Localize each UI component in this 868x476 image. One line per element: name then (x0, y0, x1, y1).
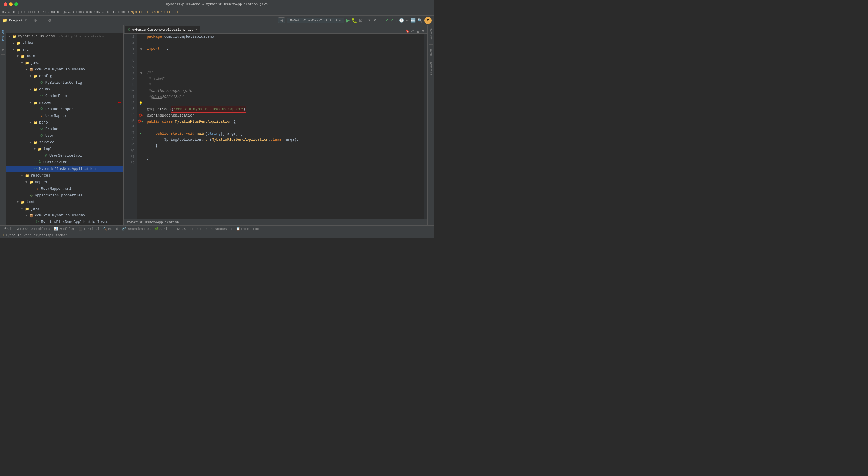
tree-genderenum[interactable]: ▶ © GenderEnum (6, 93, 123, 99)
tab-main-file[interactable]: © MybatisPlusDemoApplication.java × (125, 26, 200, 33)
tree-test[interactable]: ▼ 📁 test (6, 199, 123, 205)
minimize-button[interactable] (9, 2, 13, 6)
tree-mapper[interactable]: ▼ 📁 mapper ← (6, 99, 123, 106)
tree-product[interactable]: ▶ © Product (6, 126, 123, 132)
editor-toolbar-right: 🔖 ✓1 ▲ ▼ (405, 29, 427, 33)
back-btn[interactable]: ◀ (278, 18, 285, 23)
lf-status[interactable]: LF (190, 227, 194, 231)
dependencies-tool[interactable]: 🔗 Dependencies (122, 227, 151, 231)
breadcrumb-project[interactable]: mybatis-plus-demo (2, 10, 36, 14)
window-controls[interactable] (4, 2, 18, 6)
test-package-icon: 📦 (29, 213, 34, 218)
search-btn[interactable]: 🔍 (417, 18, 423, 23)
toolbar-minimize-panel[interactable]: − (55, 18, 59, 23)
tree-main-class[interactable]: ▶ © MybatisPlusDemoApplication (6, 166, 123, 172)
breadcrumb-com[interactable]: com (76, 10, 82, 14)
project-sidebar-tab[interactable]: Project (1, 28, 5, 43)
update-icon[interactable]: ↓ (230, 227, 233, 231)
tree-main[interactable]: ▼ 📁 main (6, 53, 123, 60)
tab-close-btn[interactable]: × (195, 28, 197, 31)
git-tool[interactable]: ⎇ Git (2, 227, 13, 231)
toolbar-settings-btn[interactable]: ⚙ (47, 18, 53, 23)
tree-productmapper[interactable]: ▶ © ProductMapper (6, 106, 123, 113)
git-check-btn[interactable]: ✓ (390, 18, 394, 23)
tree-usermapper[interactable]: ▶ ✦ UserMapper (6, 113, 123, 119)
tree-impl[interactable]: ▼ 📁 impl (6, 146, 123, 153)
tree-mapper-res[interactable]: ▼ 📁 mapper (6, 179, 123, 186)
main-class-icon: © (33, 167, 38, 171)
tree-service[interactable]: ▼ 📁 service (6, 139, 123, 146)
git-tick-btn[interactable]: ✓ (385, 18, 389, 23)
toolbar-scope-btn[interactable]: ⊙ (33, 18, 38, 23)
run-icon-17[interactable]: ▶ (140, 131, 142, 135)
run-btn[interactable]: ▶ (346, 18, 350, 23)
tree-enums[interactable]: ▼ 📁 enums (6, 86, 123, 93)
git-revert-btn[interactable]: ↩ (406, 18, 409, 23)
close-button[interactable] (4, 2, 7, 6)
code-editor[interactable]: 1 2 3 4 5 6 7 8 9 10 11 12 13 14 15 16 1… (124, 34, 427, 219)
breadcrumb-main[interactable]: main (51, 10, 59, 14)
git-history-btn[interactable]: 🕐 (399, 18, 404, 23)
scrollbar[interactable] (424, 34, 427, 219)
debug-btn[interactable]: 🐛 (351, 18, 357, 23)
bulb-icon-12[interactable]: 💡 (138, 101, 143, 105)
event-log-btn[interactable]: 📋 Event Log (236, 227, 259, 231)
tree-userservice[interactable]: ▶ © UserService (6, 159, 123, 166)
database-tab[interactable]: Database (429, 60, 433, 77)
tree-java-test[interactable]: ▼ 📁 java (6, 205, 123, 212)
breadcrumb-class[interactable]: MybatisPlusDemoApplication (131, 10, 183, 14)
tree-apptests[interactable]: ▶ © MybatisPlusDemoApplicationTests (6, 219, 123, 225)
translate-btn[interactable]: 🔤 (411, 18, 415, 23)
mybatisplusconfig-label: MyBatisPlusConfig (45, 81, 82, 85)
tree-resources[interactable]: ▼ 📁 resources (6, 172, 123, 179)
encoding-status[interactable]: UTF-8 (197, 227, 207, 231)
todo-tool[interactable]: ☑ TODO (17, 227, 28, 231)
bean-icon-14[interactable]: 🫘 (138, 113, 143, 117)
tree-test-package[interactable]: ▼ 📦 com.xiu.mybatisplusdemo (6, 212, 123, 219)
gutter-7: ⊟ (137, 70, 144, 76)
breadcrumb-xiu[interactable]: xiu (86, 10, 92, 14)
run-icon-15[interactable]: ▶ (142, 119, 144, 123)
line-numbers: 1 2 3 4 5 6 7 8 9 10 11 12 13 14 15 16 1… (124, 34, 137, 219)
main-toolbar: 📁 Project ▼ ⊙ ≡ ⚙ − ◀ MyBatisPlusEnumTes… (0, 16, 434, 25)
tree-package[interactable]: ▼ 📦 com.xiu.mybatisplusdemo (6, 66, 123, 73)
code-content[interactable]: package com.xiu.mybatisplusdemo; import … (144, 34, 424, 219)
problems-tool[interactable]: ⚠ Problems (31, 227, 50, 231)
git-push-btn[interactable]: ↑ (396, 18, 398, 23)
bean-icon-15[interactable]: 🫘 (138, 119, 142, 123)
tree-src[interactable]: ▼ 📁 src (6, 46, 123, 53)
tree-mybatisplusconfig[interactable]: ▶ © MyBatisPlusConfig (6, 80, 123, 86)
tree-java[interactable]: ▼ 📁 java (6, 60, 123, 66)
fold-icon-7[interactable]: ⊟ (140, 71, 142, 75)
tree-config[interactable]: ▼ 📁 config (6, 73, 123, 80)
build-tool[interactable]: 🔨 Build (103, 227, 118, 231)
tree-app-props[interactable]: ▶ ⚙ application.properties (6, 192, 123, 199)
coverage-btn[interactable]: ☑ (359, 18, 363, 23)
indent-status[interactable]: 4 spaces (211, 227, 227, 231)
breadcrumb-demo[interactable]: mybatisplusdemo (96, 10, 126, 14)
tree-user[interactable]: ▶ © User (6, 132, 123, 139)
scroll-down-btn[interactable]: ▼ (421, 29, 425, 33)
breadcrumb-java[interactable]: java (63, 10, 71, 14)
toolbar-collapse-btn[interactable]: ≡ (40, 18, 45, 23)
code-line-13: @MapperScan("com.xiu.mybatisplusdemo.map… (147, 106, 424, 113)
bookmark-btn[interactable]: 🔖 (405, 29, 410, 33)
tree-usermapper-xml[interactable]: ▶ ✦ UserMapper.xml (6, 186, 123, 192)
spring-tool[interactable]: 🌿 Spring (154, 227, 172, 231)
code-line-15: public class MybatisPlusDemoApplication … (147, 119, 424, 125)
plantuml-tab[interactable]: PlantUML (429, 27, 433, 43)
tree-userserviceimpl[interactable]: ▶ © UserServiceImpl (6, 153, 123, 159)
scroll-up-btn[interactable]: ▲ (416, 29, 420, 33)
terminal-tool[interactable]: ⬛ Terminal (79, 227, 99, 231)
tree-idea[interactable]: ▶ 📁 .idea (6, 40, 123, 46)
tree-root[interactable]: ▼ 📁 mybatis-plus-demo ~/Desktop/developm… (6, 33, 123, 40)
breadcrumb-src[interactable]: src (41, 10, 47, 14)
maven-tab[interactable]: Maven (429, 46, 433, 58)
maximize-button[interactable] (14, 2, 18, 6)
run-config-dropdown[interactable]: MyBatisPlusEnumTest.test ▼ (287, 18, 344, 23)
more-run-btn[interactable]: ⋯▼ (364, 19, 371, 22)
tree-pojo[interactable]: ▼ 📁 pojo (6, 119, 123, 126)
fold-icon-3[interactable]: ⊟ (140, 47, 142, 51)
commit-icon[interactable]: ⊕ (1, 47, 5, 53)
profiler-tool[interactable]: 📊 Profiler (54, 227, 75, 231)
